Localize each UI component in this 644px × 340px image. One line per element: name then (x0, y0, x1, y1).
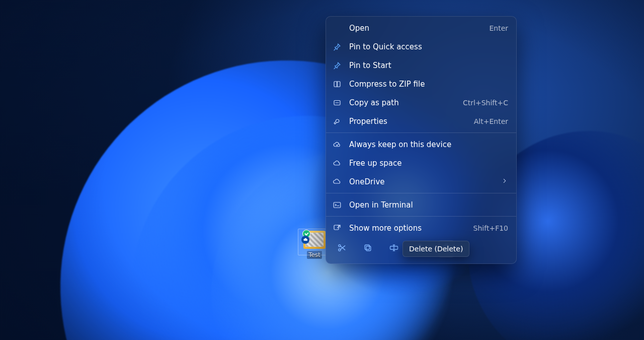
svg-rect-2 (334, 202, 341, 208)
folder-thumbnail-icon (303, 231, 326, 249)
expand-icon (332, 223, 342, 233)
copy-path-icon (332, 98, 342, 108)
menu-item-compress-zip[interactable]: Compress to ZIP file (326, 75, 516, 93)
context-menu: Open Enter Pin to Quick access Pin to St… (326, 16, 517, 264)
menu-item-label: Free up space (349, 159, 508, 168)
action-copy[interactable] (359, 240, 376, 257)
tooltip-text: Delete (Delete) (409, 245, 463, 253)
menu-item-label: Open (349, 24, 482, 33)
menu-separator (326, 132, 516, 133)
menu-item-pin-quick-access[interactable]: Pin to Quick access (326, 37, 516, 56)
onedrive-icon (332, 177, 342, 187)
menu-item-onedrive[interactable]: OneDrive (326, 172, 516, 191)
cloud-sync-icon (332, 140, 342, 150)
action-cut[interactable] (333, 240, 350, 257)
pin-icon (332, 60, 342, 71)
menu-item-label: Always keep on this device (349, 140, 508, 149)
svg-rect-7 (365, 245, 369, 249)
terminal-icon (332, 200, 342, 210)
menu-item-label: Copy as path (349, 98, 456, 107)
menu-separator (326, 193, 516, 193)
chevron-right-icon (501, 177, 508, 186)
menu-item-accelerator: Enter (489, 24, 508, 32)
cloud-icon (332, 158, 342, 168)
menu-item-label: Properties (349, 117, 467, 126)
menu-item-label: Pin to Start (349, 61, 508, 70)
menu-item-pin-start[interactable]: Pin to Start (326, 56, 516, 75)
zip-icon (332, 79, 342, 89)
menu-item-accelerator: Alt+Enter (474, 117, 508, 125)
menu-item-label: OneDrive (349, 177, 494, 186)
menu-item-accelerator: Ctrl+Shift+C (463, 99, 508, 107)
menu-item-free-up-space[interactable]: Free up space (326, 154, 516, 172)
menu-separator (326, 216, 516, 217)
menu-item-label: Compress to ZIP file (349, 80, 508, 89)
menu-item-label: Open in Terminal (349, 200, 508, 210)
cloud-overlay-icon (301, 236, 309, 244)
menu-item-show-more-options[interactable]: Show more options Shift+F10 (326, 219, 516, 237)
menu-item-open-terminal[interactable]: Open in Terminal (326, 195, 516, 214)
action-rename[interactable] (385, 240, 403, 257)
menu-item-label: Show more options (349, 224, 466, 233)
menu-item-open[interactable]: Open Enter (326, 19, 516, 37)
menu-item-always-keep[interactable]: Always keep on this device (326, 135, 516, 154)
svg-rect-6 (366, 246, 371, 251)
rename-icon (389, 243, 399, 255)
copy-icon (363, 243, 373, 255)
desktop-wallpaper (0, 0, 644, 340)
menu-item-accelerator: Shift+F10 (473, 224, 508, 232)
folder-open-icon (332, 23, 342, 33)
wrench-icon (332, 116, 342, 126)
pin-icon (332, 42, 342, 52)
desktop-folder-test[interactable]: Test (301, 231, 328, 260)
menu-item-copy-as-path[interactable]: Copy as path Ctrl+Shift+C (326, 93, 516, 112)
scissors-icon (337, 243, 347, 255)
menu-item-properties[interactable]: Properties Alt+Enter (326, 112, 516, 130)
tooltip-delete: Delete (Delete) (403, 241, 469, 257)
menu-item-label: Pin to Quick access (349, 42, 508, 51)
